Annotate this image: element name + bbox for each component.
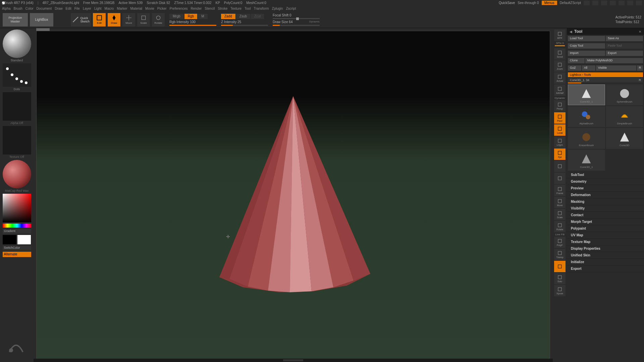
spix-label[interactable]: SPix 3 [556, 42, 564, 45]
close-icon[interactable] [636, 1, 642, 5]
LSym-button[interactable]: LSym [554, 136, 566, 148]
lightbox-tools-header[interactable]: Lightbox › Tools [568, 72, 643, 77]
Frame-button[interactable]: Frame [554, 185, 566, 196]
goz-all-button[interactable]: All [582, 65, 595, 71]
edit-button[interactable]: Edit [93, 13, 106, 26]
zadd-button[interactable]: Zadd [221, 14, 235, 19]
menu-picker[interactable]: Picker [157, 7, 167, 10]
menu-render[interactable]: Render [191, 7, 202, 10]
rgb-intensity-slider[interactable] [169, 25, 216, 26]
accordion-polypaint[interactable]: Polypaint [567, 225, 644, 232]
mrgb-button[interactable]: Mrgb [169, 14, 184, 19]
switchcolor-button[interactable]: SwitchColor [3, 246, 31, 250]
menu-draw[interactable]: Draw [55, 7, 62, 10]
window-icon-4[interactable] [610, 1, 616, 5]
tool-thumb-SimpleBrush[interactable]: SimpleBrush [606, 106, 643, 127]
export-button[interactable]: Export [606, 51, 643, 56]
rgb-button[interactable]: Rgb [184, 14, 197, 19]
Move-button[interactable]: Move [554, 197, 566, 208]
accordion-unified-skin[interactable]: Unified Skin [567, 252, 644, 259]
Solo-button[interactable]: Solo [554, 273, 566, 284]
accordion-subtool[interactable]: SubTool [567, 172, 644, 178]
tool-thumb-Cone3D_1[interactable]: Cone3D_1 [568, 150, 605, 171]
zsub-button[interactable]: Zsub [236, 14, 250, 19]
resize-grip[interactable] [283, 359, 303, 361]
Rotate-button[interactable]: Rotate [554, 221, 566, 232]
menu-tool[interactable]: Tool [245, 7, 251, 10]
minimize-icon[interactable] [619, 1, 625, 5]
color-picker[interactable] [3, 194, 31, 222]
Transp-button[interactable]: Transp [554, 249, 566, 260]
tool-thumb-EraserBrush[interactable]: EraserBrush [568, 128, 605, 149]
alternate-button[interactable]: Alternate [3, 252, 31, 257]
hue-slider[interactable] [3, 224, 31, 228]
document-tab[interactable] [36, 28, 50, 31]
tool-thumb-AlphaBrush[interactable]: AlphaBrush [568, 106, 605, 127]
m-button[interactable]: M [198, 14, 207, 19]
secondary-color-swatch[interactable] [3, 235, 16, 244]
menu-movie[interactable]: Movie [145, 7, 154, 10]
menu-material[interactable]: Material [130, 7, 143, 10]
Persp-button[interactable]: Persp [554, 100, 566, 112]
Scroll-button[interactable]: Scroll [554, 48, 566, 60]
window-icon-1[interactable] [584, 1, 590, 5]
menu-color[interactable]: Color [25, 7, 34, 10]
menu-file[interactable]: File [74, 7, 80, 10]
goz-button[interactable]: GoZ [568, 65, 581, 71]
window-icon-2[interactable] [592, 1, 598, 5]
import-button[interactable]: Import [568, 51, 605, 56]
rotate-button[interactable]: Rotate [152, 13, 165, 26]
Actual-button[interactable]: Actual [554, 72, 566, 84]
maximize-icon[interactable] [627, 1, 633, 5]
menu-preferences[interactable]: Preferences [170, 7, 188, 10]
gradient-button[interactable]: Gradient [3, 229, 31, 234]
accordion-initialize[interactable]: Initialize [567, 259, 644, 265]
menu-marker[interactable]: Marker [117, 7, 127, 10]
menus-button[interactable]: Menus [542, 1, 557, 5]
accordion-display-properties[interactable]: Display Properties [567, 245, 644, 252]
draw-button[interactable]: Draw [108, 13, 120, 26]
current-tool-name[interactable]: Cone3D_1. 34R [568, 78, 643, 82]
Xyz-button[interactable]: Xyz [554, 148, 566, 160]
brush-thumbnail[interactable] [3, 29, 31, 58]
tool-thumb-Cone3D[interactable]: Cone3D [606, 128, 643, 149]
tool-button[interactable] [554, 261, 566, 272]
focal-shift-slider[interactable] [273, 18, 320, 19]
tool-panel-header[interactable]: ◀ Tool ✕ [567, 28, 644, 35]
PolyF-button[interactable]: PolyF [554, 237, 566, 248]
menu-document[interactable]: Document [37, 7, 52, 10]
menu-edit[interactable]: Edit [66, 7, 71, 10]
tool-button[interactable] [554, 173, 566, 184]
quicksketch-button[interactable]: QuickSketch [71, 13, 91, 26]
lightbox-button[interactable]: LightBox [30, 13, 53, 26]
load-tool-button[interactable]: Load Tool [568, 36, 605, 41]
tool-button[interactable] [554, 161, 566, 172]
menu-layer[interactable]: Layer [83, 7, 91, 10]
clone-button[interactable]: Clone [568, 58, 585, 63]
accordion-masking[interactable]: Masking [567, 198, 644, 205]
goz-r-button[interactable]: R [637, 65, 643, 71]
accordion-deformation[interactable]: Deformation [567, 192, 644, 198]
panel-close-icon[interactable]: ✕ [639, 30, 641, 34]
paste-tool-button[interactable]: Paste Tool [606, 43, 643, 49]
viewport[interactable]: ✛ [36, 31, 550, 359]
draw-size-slider[interactable] [273, 25, 320, 26]
menu-zplugin[interactable]: Zplugin [272, 7, 283, 10]
accordion-uv-map[interactable]: UV Map [567, 232, 644, 239]
Floor-button[interactable]: Floor [554, 112, 566, 124]
menu-texture[interactable]: Texture [230, 7, 241, 10]
make-polymesh-button[interactable]: Make PolyMesh3D [585, 58, 643, 63]
accordion-visibility[interactable]: Visibility [567, 205, 644, 212]
menu-stencil[interactable]: Stencil [205, 7, 215, 10]
scale-button[interactable]: Scale [137, 13, 150, 26]
texture-thumbnail[interactable] [3, 126, 31, 155]
accordion-export[interactable]: Export [567, 265, 644, 272]
menu-macro[interactable]: Macro [105, 7, 114, 10]
alpha-thumbnail[interactable] [3, 92, 31, 121]
menu-brush[interactable]: Brush [14, 7, 22, 10]
accordion-morph-target[interactable]: Morph Target [567, 219, 644, 225]
tool-thumb-Cone3D_1[interactable]: Cone3D_1 [568, 84, 605, 105]
z-intensity-slider[interactable] [221, 25, 268, 26]
material-thumbnail[interactable] [3, 160, 31, 188]
goz-visible-button[interactable]: Visible [596, 65, 636, 71]
